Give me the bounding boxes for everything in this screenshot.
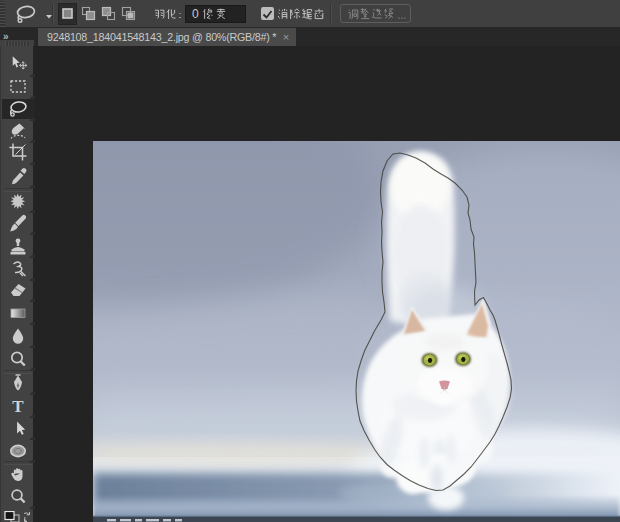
svg-text:T: T [12, 397, 24, 416]
